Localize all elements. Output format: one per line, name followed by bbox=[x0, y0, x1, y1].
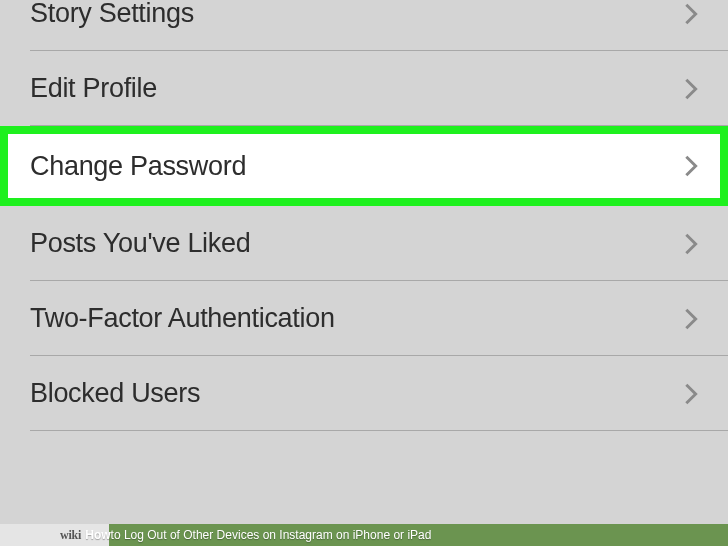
settings-item-change-password[interactable]: Change Password bbox=[0, 126, 728, 206]
item-label: Edit Profile bbox=[30, 73, 157, 104]
chevron-right-icon bbox=[684, 307, 698, 331]
list-row: Posts You've Liked bbox=[0, 206, 728, 281]
wikihow-logo: wiki bbox=[0, 528, 81, 543]
item-label: Posts You've Liked bbox=[30, 228, 250, 259]
item-label: Story Settings bbox=[30, 0, 194, 29]
list-row: Blocked Users bbox=[0, 356, 728, 431]
caption-bold: How bbox=[81, 528, 110, 542]
settings-item-story-settings[interactable]: Story Settings bbox=[0, 0, 728, 51]
item-label: Two-Factor Authentication bbox=[30, 303, 335, 334]
chevron-right-icon bbox=[684, 382, 698, 406]
caption-bar: wiki How to Log Out of Other Devices on … bbox=[0, 524, 728, 546]
settings-item-posts-liked[interactable]: Posts You've Liked bbox=[0, 206, 728, 281]
settings-list: Story Settings Edit Profile Change Passw… bbox=[0, 0, 728, 431]
settings-item-blocked-users[interactable]: Blocked Users bbox=[0, 356, 728, 431]
chevron-right-icon bbox=[684, 77, 698, 101]
chevron-right-icon bbox=[684, 232, 698, 256]
item-label: Change Password bbox=[30, 151, 246, 182]
item-label: Blocked Users bbox=[30, 378, 200, 409]
chevron-right-icon bbox=[684, 2, 698, 26]
settings-item-two-factor[interactable]: Two-Factor Authentication bbox=[0, 281, 728, 356]
list-row: Two-Factor Authentication bbox=[0, 281, 728, 356]
chevron-right-icon bbox=[684, 154, 698, 178]
list-row: Story Settings bbox=[0, 0, 728, 51]
caption-rest: to Log Out of Other Devices on Instagram… bbox=[111, 528, 432, 542]
settings-item-edit-profile[interactable]: Edit Profile bbox=[0, 51, 728, 126]
list-row: Edit Profile bbox=[0, 51, 728, 126]
highlighted-row: Change Password bbox=[0, 126, 728, 206]
